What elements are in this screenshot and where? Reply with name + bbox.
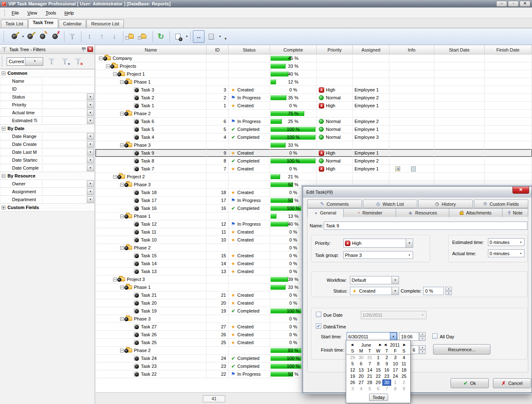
chevron-down-icon[interactable]: ▼ [25, 58, 43, 65]
dialog-tab-custom-fields[interactable]: ⚙Custom Fields [474, 200, 529, 208]
date-time-checkbox[interactable]: ✓ [316, 323, 321, 329]
chevron-down-icon[interactable]: ▼ [87, 133, 94, 140]
calendar-day[interactable]: 6 [357, 361, 366, 367]
task-name-cell[interactable]: −Phase 1 [96, 283, 207, 291]
calendar-day[interactable]: 1 [391, 379, 400, 386]
menu-help[interactable]: Help [64, 10, 74, 15]
save-filter-button[interactable]: ▾ [60, 57, 70, 67]
finish-time-stepper[interactable]: ▲▼ [419, 345, 426, 354]
start-date-select[interactable]: 6/30/2011 ▼ [347, 332, 397, 341]
calendar-day[interactable]: 29 [374, 379, 383, 386]
column-header-finish-date[interactable]: Finish Date [485, 45, 532, 54]
refresh-button[interactable]: ↻ [155, 30, 167, 43]
calendar-day[interactable]: 29 [348, 355, 357, 361]
collapse-icon[interactable]: − [120, 112, 124, 116]
calendar-day[interactable]: 30 [357, 355, 366, 361]
filter-row-date-create[interactable]: Date Create▼ [0, 140, 94, 148]
column-header-name[interactable]: Name [96, 45, 207, 54]
dialog-tab-watch-list[interactable]: ◎Watch List [363, 200, 418, 208]
collapse-icon[interactable]: − [120, 246, 124, 250]
prev-month-icon[interactable]: ◀ [350, 343, 355, 347]
collapse-icon[interactable]: − [120, 143, 124, 147]
collapse-icon[interactable]: − [113, 72, 117, 76]
filter-section-custom-fields[interactable]: +Custom Fields [0, 204, 94, 212]
chevron-down-icon[interactable]: ▼ [406, 239, 413, 247]
task-name-cell[interactable]: Task 24 [96, 355, 207, 362]
calendar-day[interactable]: 28 [365, 379, 374, 386]
all-day-checkbox[interactable] [432, 333, 438, 339]
table-row[interactable]: Task 66⚑In Progress25 %NormalEmployee 2 [96, 118, 532, 126]
calendar-day[interactable]: 20 [357, 373, 366, 379]
task-name-cell[interactable]: Task 11 [96, 228, 207, 236]
table-row[interactable]: −Project 221 % [96, 173, 532, 181]
calendar-day[interactable]: 7 [382, 386, 391, 392]
calendar-day[interactable]: 25 [399, 373, 408, 379]
task-name-cell[interactable]: Task 26 [96, 331, 207, 338]
up-arrow-icon[interactable]: ▲ [419, 345, 426, 350]
task-name-cell[interactable]: −Phase 3 [96, 141, 207, 149]
menu-view[interactable]: View [27, 10, 37, 15]
add-task-button[interactable] [25, 30, 36, 43]
calendar-day[interactable]: 27 [357, 379, 366, 386]
status-select[interactable]: ★ Created ▼ [350, 287, 399, 295]
calendar-day[interactable]: 30 [382, 379, 391, 386]
up-arrow-icon[interactable]: ▲ [419, 332, 426, 336]
calendar-day[interactable]: 1 [374, 355, 383, 361]
expand-all-button[interactable]: + [138, 30, 150, 43]
calendar-day[interactable]: 4 [357, 386, 366, 392]
filter-row-department[interactable]: Department▼ [0, 196, 94, 204]
calendar-day[interactable]: 6 [374, 386, 383, 392]
new-item-button[interactable] [8, 30, 20, 43]
column-header-start-date[interactable]: Start Date [434, 45, 485, 54]
calendar-day[interactable]: 2 [382, 355, 391, 361]
chevron-down-icon[interactable]: ▼ [219, 35, 222, 38]
task-name-input[interactable]: Task 9 [324, 222, 527, 230]
task-name-cell[interactable]: Task 23 [96, 362, 207, 370]
chevron-down-icon[interactable]: ▼ [392, 287, 399, 295]
start-time-input[interactable]: 19:06 [399, 332, 419, 341]
tab-task-tree[interactable]: Task Tree [28, 18, 58, 28]
filter-row-priority[interactable]: Priority▼ [0, 101, 94, 109]
filter-row-date-range[interactable]: Date Range▼ [0, 133, 94, 140]
chevron-down-icon[interactable]: ▼ [87, 196, 94, 203]
reports-button[interactable] [172, 30, 184, 43]
due-date-checkbox[interactable] [316, 312, 321, 317]
table-row[interactable]: Task 22⚑In Progress35 %NormalEmployee 2 [96, 94, 532, 102]
table-row[interactable]: −Phase 333 % [96, 141, 532, 149]
prev-year-icon[interactable]: ◀ [383, 343, 388, 347]
task-name-cell[interactable]: Task 22 [96, 370, 207, 378]
note-pin-icon[interactable] [395, 166, 400, 171]
dialog-close-button[interactable]: ✕ [512, 187, 529, 194]
column-header-info[interactable]: Info [389, 45, 434, 54]
recurrence-button[interactable]: Recurrence... [433, 344, 490, 355]
dialog-tab-resources[interactable]: ☻Resources [396, 208, 449, 217]
task-name-cell[interactable]: −Phase 1 [96, 212, 207, 220]
task-name-cell[interactable]: Task 18 [96, 189, 207, 196]
start-time-stepper[interactable]: ▲▼ [419, 332, 426, 341]
column-header-complete[interactable]: Complete [270, 45, 317, 54]
calendar-day[interactable]: 3 [391, 355, 400, 361]
tab-task-list[interactable]: Task List [1, 20, 28, 28]
comment-note-icon[interactable] [411, 166, 416, 172]
calendar-day[interactable]: 2 [399, 379, 408, 386]
calendar-day[interactable]: 15 [374, 367, 383, 373]
table-row[interactable]: Task 44✔Completed100 %NormalEmployee 3 [96, 133, 532, 141]
filter-section-common[interactable]: −Common [0, 69, 94, 77]
chevron-down-icon[interactable]: ▼ [390, 333, 397, 340]
chevron-down-icon[interactable]: ▼ [520, 252, 522, 255]
filter-row-assignment[interactable]: Assignment▼ [0, 188, 94, 196]
column-header-assigned[interactable]: Assigned [353, 45, 389, 54]
task-name-cell[interactable]: Task 6 [96, 118, 207, 125]
priority-select[interactable]: ∧ High ▼ [343, 239, 413, 248]
calendar-day[interactable]: 14 [365, 367, 374, 373]
collapse-icon[interactable]: − [2, 127, 5, 131]
task-name-cell[interactable]: −Phase 3 [96, 315, 207, 323]
calendar-day[interactable]: 5 [348, 361, 357, 367]
task-name-cell[interactable]: Task 19 [96, 307, 207, 315]
task-name-cell[interactable]: Task 15 [96, 252, 207, 259]
calendar-day[interactable]: 12 [348, 367, 357, 373]
toolbar-overflow-icon[interactable]: ▼ [224, 37, 227, 41]
filter-section-by-date[interactable]: −By Date [0, 125, 94, 133]
chevron-down-icon[interactable]: ▼ [87, 101, 94, 108]
apply-filter-button[interactable] [47, 57, 57, 67]
